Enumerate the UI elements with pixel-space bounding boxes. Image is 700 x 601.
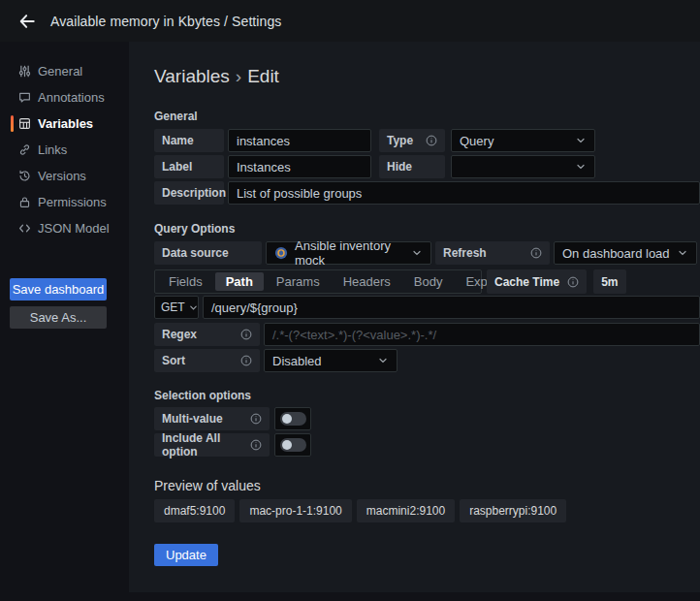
query-options-heading: Query Options (154, 222, 700, 236)
data-source-picker[interactable]: Ansible inventory mock (266, 241, 431, 265)
sidebar-item-label: Permissions (38, 195, 107, 209)
sidebar-item-variables[interactable]: Variables (0, 111, 129, 137)
refresh-select[interactable]: On dashboard load (554, 241, 697, 265)
chevron-down-icon (677, 247, 688, 259)
regex-label: Regex (154, 323, 260, 346)
info-circle-icon[interactable] (567, 276, 579, 288)
sidebar-item-label: Variables (38, 116, 93, 131)
info-circle-icon[interactable] (250, 413, 262, 425)
toggle-off-pill (280, 412, 306, 426)
label-input[interactable]: Instances (228, 155, 371, 178)
back-button[interactable] (13, 7, 42, 36)
multi-value-label: Multi-value (154, 407, 270, 430)
request-tabs-row: Fields Path Params Headers Body Experime… (154, 269, 700, 294)
code-icon (18, 222, 31, 235)
chevron-down-icon (188, 302, 199, 313)
tab-fields[interactable]: Fields (158, 272, 213, 291)
variables-edit-panel: Variables›Edit General Name instances Ty… (129, 42, 700, 592)
comment-icon (18, 91, 31, 104)
page-header: Available memory in Kbytes / Settings (0, 0, 700, 42)
sort-row: Sort Disabled (154, 349, 700, 372)
name-input[interactable]: instances (228, 129, 371, 152)
method-path-row: GET /query/${group} (154, 296, 700, 319)
breadcrumb-parent[interactable]: Variables (154, 66, 230, 86)
breadcrumb-current: Edit (247, 66, 279, 86)
regex-placeholder: /.*-(?<text>.*)-(?<value>.*)-.*/ (272, 328, 436, 342)
description-input[interactable]: List of possible groups (228, 181, 700, 205)
type-select[interactable]: Query (451, 129, 595, 152)
sidebar-item-label: JSON Model (38, 221, 110, 236)
preview-value: mac-pro-1-1:9100 (239, 499, 351, 522)
tab-params[interactable]: Params (266, 272, 331, 291)
history-icon (18, 170, 31, 182)
hide-select[interactable] (451, 155, 595, 178)
sidebar-item-annotations[interactable]: Annotations (0, 84, 129, 111)
tab-path[interactable]: Path (215, 272, 264, 291)
cache-time-label: Cache Time (487, 269, 587, 294)
sidebar-item-label: General (38, 64, 82, 79)
request-tabs: Fields Path Params Headers Body Experime… (154, 269, 482, 294)
info-circle-icon[interactable] (240, 355, 252, 366)
info-circle-icon[interactable] (240, 329, 252, 340)
sidebar-item-general[interactable]: General (0, 58, 129, 84)
info-circle-icon[interactable] (250, 439, 262, 451)
preview-values: dmaf5:9100 mac-pro-1-1:9100 macmini2:910… (154, 499, 700, 522)
general-section-heading: General (154, 110, 700, 123)
arrow-left-icon (17, 12, 37, 31)
method-select[interactable]: GET (154, 296, 199, 319)
include-all-row: Include All option (154, 433, 700, 457)
header-title: Available memory in Kbytes / Settings (50, 14, 281, 29)
page-title: Variables›Edit (154, 66, 700, 87)
path-input[interactable]: /query/${group} (203, 296, 700, 319)
sidebar-item-versions[interactable]: Versions (0, 163, 129, 189)
type-label: Type (379, 129, 445, 152)
multi-value-toggle[interactable] (274, 407, 311, 430)
link-icon (18, 143, 31, 156)
chevron-down-icon (575, 161, 587, 173)
label-label: Label (154, 155, 224, 178)
label-hide-row: Label Instances Hide (154, 155, 700, 178)
data-source-label: Data source (154, 241, 262, 265)
preview-value: macmini2:9100 (357, 499, 455, 522)
regex-row: Regex /.*-(?<text>.*)-(?<value>.*)-.*/ (154, 323, 700, 346)
sort-label: Sort (154, 349, 260, 372)
datasource-refresh-row: Data source Ansible inventory mock Refre… (154, 241, 700, 265)
description-row: Description List of possible groups (154, 181, 700, 205)
toggle-off-pill (280, 438, 306, 452)
breadcrumb-separator: › (230, 66, 247, 86)
settings-sidebar: General Annotations Variables Links Vers… (0, 42, 129, 601)
chevron-down-icon (575, 135, 587, 146)
name-label: Name (154, 129, 224, 152)
sort-select[interactable]: Disabled (264, 349, 398, 372)
info-circle-icon[interactable] (426, 135, 437, 146)
regex-input[interactable]: /.*-(?<text>.*)-(?<value>.*)-.*/ (264, 323, 700, 346)
selection-options-heading: Selection options (154, 389, 700, 402)
include-all-label: Include All option (154, 433, 270, 457)
preview-heading: Preview of values (154, 478, 700, 493)
tab-body[interactable]: Body (403, 272, 454, 291)
chevron-down-icon (411, 247, 423, 259)
grid-icon (18, 117, 31, 130)
sidebar-item-links[interactable]: Links (0, 137, 129, 163)
refresh-label: Refresh (435, 241, 550, 265)
preview-value: raspberrypi:9100 (460, 499, 566, 522)
sidebar-item-label: Links (38, 142, 67, 157)
json-api-datasource-icon (274, 246, 288, 260)
name-type-row: Name instances Type Query (154, 129, 700, 152)
save-dashboard-button[interactable]: Save dashboard (10, 278, 107, 300)
hide-label: Hide (379, 155, 445, 178)
preview-value: dmaf5:9100 (154, 499, 235, 522)
tab-headers[interactable]: Headers (333, 272, 401, 291)
info-circle-icon[interactable] (530, 247, 542, 259)
chevron-down-icon (377, 355, 389, 366)
cache-time-value[interactable]: 5m (593, 269, 625, 294)
multi-value-row: Multi-value (154, 407, 700, 430)
lock-icon (18, 196, 31, 208)
sidebar-item-label: Annotations (38, 90, 105, 105)
description-label: Description (154, 181, 224, 205)
save-as-button[interactable]: Save As... (10, 306, 107, 329)
include-all-toggle[interactable] (274, 433, 311, 457)
sidebar-item-permissions[interactable]: Permissions (0, 189, 129, 215)
sidebar-item-json-model[interactable]: JSON Model (0, 215, 129, 241)
update-button[interactable]: Update (154, 544, 218, 566)
